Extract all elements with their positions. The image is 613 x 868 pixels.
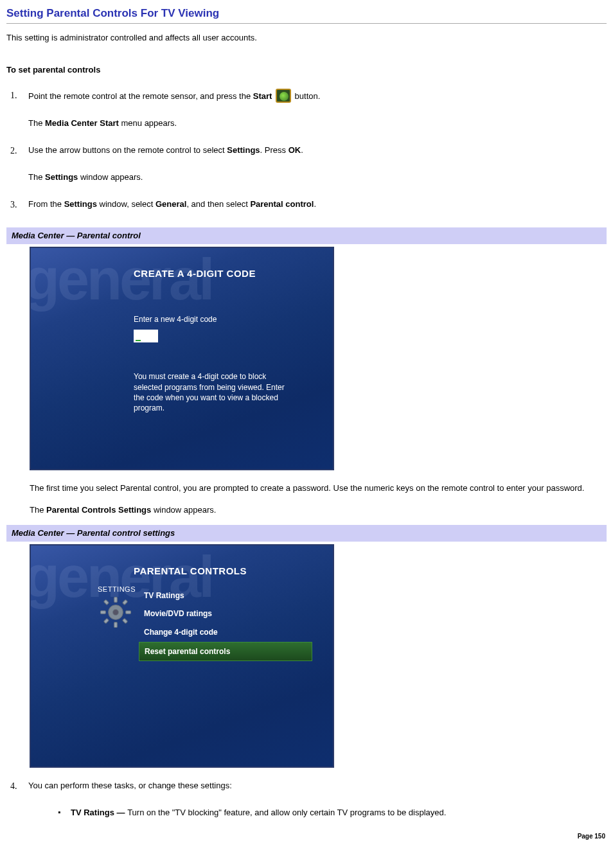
text: . xyxy=(301,145,303,155)
screenshot-parental-control-settings: general PARENTAL CONTROLS SETTINGS TV Ra… xyxy=(30,544,334,768)
svg-rect-5 xyxy=(126,611,131,614)
text: menu appears. xyxy=(119,118,177,128)
text-bold: Settings xyxy=(227,145,260,155)
text-bold: General xyxy=(155,199,186,209)
svg-rect-9 xyxy=(103,618,109,623)
text: . Press xyxy=(260,145,289,155)
code-input-field[interactable] xyxy=(134,330,158,342)
step-4-line-1: You can perform these tasks, or change t… xyxy=(28,779,607,792)
start-button-icon xyxy=(276,89,291,103)
step-4: 4. You can perform these tasks, or chang… xyxy=(6,779,607,826)
svg-rect-8 xyxy=(123,599,128,605)
text: window appears. xyxy=(151,505,216,515)
text: window, select xyxy=(97,199,155,209)
screenshot-title: PARENTAL CONTROLS xyxy=(134,563,247,578)
text: From the xyxy=(28,199,64,209)
svg-point-1 xyxy=(113,609,119,615)
after-shot1-p2: The Parental Controls Settings window ap… xyxy=(30,504,607,517)
text: , and then select xyxy=(186,199,250,209)
menu-change-code[interactable]: Change 4-digit code xyxy=(139,623,312,642)
menu-reset-parental-controls[interactable]: Reset parental controls xyxy=(139,642,312,662)
intro-text: This setting is administrator controlled… xyxy=(6,31,607,44)
text: . xyxy=(314,199,316,209)
text: button. xyxy=(292,91,320,101)
bullet-tv-ratings: TV Ratings — Turn on the "TV blocking" f… xyxy=(57,806,607,819)
step-4-bullets: TV Ratings — Turn on the "TV blocking" f… xyxy=(57,806,607,819)
text-bold: Settings xyxy=(64,199,97,209)
text-bold: Media Center Start xyxy=(45,118,119,128)
menu-tv-ratings[interactable]: TV Ratings xyxy=(139,587,312,605)
step-number: 4. xyxy=(6,779,28,826)
svg-rect-7 xyxy=(123,618,128,623)
text: window appears. xyxy=(78,172,143,182)
step-number: 1. xyxy=(6,89,28,144)
svg-rect-2 xyxy=(114,597,117,602)
step-number: 2. xyxy=(6,144,28,198)
text-bold: OK xyxy=(289,145,301,155)
step-3: 3. From the Settings window, select Gene… xyxy=(6,198,607,225)
svg-rect-3 xyxy=(114,623,117,628)
gear-icon xyxy=(98,594,134,630)
text-bold: Settings xyxy=(45,172,78,182)
step-1-line-2: The Media Center Start menu appears. xyxy=(28,117,607,130)
step-1-line-1: Point the remote control at the remote s… xyxy=(28,89,607,103)
text: The xyxy=(28,172,45,182)
text-bold: Start xyxy=(253,91,272,101)
step-1: 1. Point the remote control at the remot… xyxy=(6,89,607,144)
text-bold: TV Ratings — xyxy=(71,808,127,817)
text-bold: Parental Controls Settings xyxy=(46,505,151,515)
text: Use the arrow buttons on the remote cont… xyxy=(28,145,227,155)
page-title: Setting Parental Controls For TV Viewing xyxy=(6,5,607,24)
screenshot-1-caption: Media Center — Parental control xyxy=(6,227,607,244)
screenshot-2-caption: Media Center — Parental control settings xyxy=(6,525,607,542)
svg-rect-4 xyxy=(100,611,105,614)
step-3-line-1: From the Settings window, select General… xyxy=(28,198,607,211)
text: The xyxy=(30,505,46,515)
screenshot-parental-control-create-code: general CREATE A 4-DIGIT CODE Enter a ne… xyxy=(30,247,334,470)
text: Point the remote control at the remote s… xyxy=(28,91,253,101)
after-shot1-p1: The first time you select Parental contr… xyxy=(30,482,607,495)
svg-rect-6 xyxy=(103,599,109,605)
code-field-label: Enter a new 4-digit code xyxy=(134,314,314,326)
settings-label: SETTINGS xyxy=(98,584,136,595)
screenshot-title: CREATE A 4-DIGIT CODE xyxy=(134,266,256,281)
procedure-heading: To set parental controls xyxy=(6,64,607,76)
text: The xyxy=(28,118,45,128)
text: Turn on the "TV blocking" feature, and a… xyxy=(127,808,446,817)
step-2-line-2: The Settings window appears. xyxy=(28,171,607,184)
menu-movie-dvd-ratings[interactable]: Movie/DVD ratings xyxy=(139,605,312,623)
steps-list: 1. Point the remote control at the remot… xyxy=(6,89,607,226)
steps-list-continued: 4. You can perform these tasks, or chang… xyxy=(6,779,607,826)
step-2: 2. Use the arrow buttons on the remote c… xyxy=(6,144,607,198)
text-bold: Parental control xyxy=(250,199,314,209)
code-explanation: You must create a 4-digit code to block … xyxy=(134,371,294,413)
step-number: 3. xyxy=(6,198,28,225)
step-2-line-1: Use the arrow buttons on the remote cont… xyxy=(28,144,607,157)
page-number: Page 150 xyxy=(578,831,605,842)
parental-controls-menu: TV Ratings Movie/DVD ratings Change 4-di… xyxy=(139,587,312,661)
